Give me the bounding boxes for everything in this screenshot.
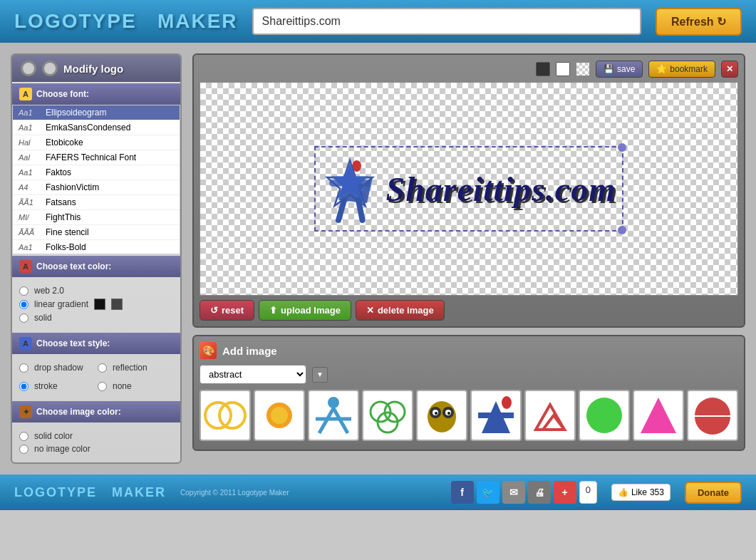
gallery-item[interactable] xyxy=(362,390,413,441)
gallery-item[interactable] xyxy=(579,390,630,441)
email-icon[interactable]: ✉ xyxy=(502,481,525,504)
gallery-item[interactable] xyxy=(200,390,251,441)
bg-transparent-btn[interactable] xyxy=(576,62,590,76)
font-preview: ÃÃÃ xyxy=(19,228,41,237)
dropdown-arrow[interactable]: ▼ xyxy=(312,367,328,383)
solidcolor-radio[interactable] xyxy=(19,432,29,441)
footer-copyright: Copyright © 2011 Logotype Maker xyxy=(180,489,289,497)
add-image-icon: 🎨 xyxy=(200,342,217,359)
font-name: FashionVictim xyxy=(46,182,99,192)
font-section-title: Choose font: xyxy=(36,89,89,99)
donate-button[interactable]: Donate xyxy=(685,482,742,504)
solid-label: solid xyxy=(34,313,52,323)
color-icon: A xyxy=(19,260,32,273)
bookmark-button[interactable]: ⭐ bookmark xyxy=(648,61,715,78)
image-gallery[interactable] xyxy=(200,390,738,444)
canvas-toolbar: 💾 save ⭐ bookmark ✕ xyxy=(200,61,738,78)
right-panel: 💾 save ⭐ bookmark ✕ xyxy=(192,53,745,464)
font-name: Folks-Bold xyxy=(46,242,86,252)
logo-star-image xyxy=(321,153,378,224)
text-style-section-header: A Choose text style: xyxy=(12,333,180,354)
refresh-button[interactable]: Refresh ↻ xyxy=(656,8,742,36)
gallery-item[interactable] xyxy=(633,390,684,441)
reset-icon: ↺ xyxy=(210,305,218,316)
share-count: 0 xyxy=(579,481,597,504)
dropshadow-label: drop shadow xyxy=(34,363,83,373)
gallery-item[interactable] xyxy=(687,390,738,441)
reset-button[interactable]: ↺ reset xyxy=(200,300,254,321)
font-list-item[interactable]: ÃÃÃFine stencil xyxy=(13,225,180,240)
font-preview: ÃÃ1 xyxy=(19,198,41,207)
resize-handle-br[interactable] xyxy=(618,226,626,234)
image-color-section-header: ✦ Choose image color: xyxy=(12,401,180,422)
canvas-stage: Shareittips.com xyxy=(200,82,738,296)
font-list[interactable]: Aa1EllipsoideogramAa1EmkaSansCondensedHa… xyxy=(12,105,180,254)
category-select[interactable]: abstract xyxy=(200,365,306,384)
dropshadow-option: drop shadow xyxy=(19,363,95,373)
resize-handle-tr[interactable] xyxy=(618,143,626,152)
logo-container: Shareittips.com xyxy=(321,153,616,224)
web20-radio[interactable] xyxy=(19,286,29,296)
upload-label: upload Image xyxy=(281,305,341,316)
none-option: none xyxy=(98,381,173,391)
svg-point-15 xyxy=(447,412,450,415)
font-list-item[interactable]: HalEtobicoke xyxy=(13,135,180,150)
reflection-radio[interactable] xyxy=(98,363,107,373)
footer-logo: LOGOTYPE MAKER xyxy=(14,485,166,500)
font-list-item[interactable]: Aa1Faktos xyxy=(13,165,180,180)
image-color-title: Choose image color: xyxy=(36,407,121,417)
delete-image-button[interactable]: ✕ delete image xyxy=(356,300,445,321)
solid-radio[interactable] xyxy=(19,313,29,323)
linear-radio[interactable] xyxy=(19,300,29,309)
image-category-row: abstract ▼ xyxy=(200,365,738,384)
gallery-item[interactable] xyxy=(416,390,467,441)
gallery-item[interactable] xyxy=(524,390,576,441)
print-icon[interactable]: 🖨 xyxy=(528,481,551,504)
noimgcolor-label: no image color xyxy=(34,444,90,454)
delete-label: delete image xyxy=(378,305,434,316)
font-list-item[interactable]: Aa1EmkaSansCondensed xyxy=(13,120,180,135)
color-swatch-dark[interactable] xyxy=(94,299,105,310)
svg-point-17 xyxy=(586,398,622,433)
style-options-grid: drop shadow reflection stroke none xyxy=(19,360,173,394)
like-box: 👍 Like 353 xyxy=(611,484,670,501)
gallery-item[interactable] xyxy=(254,390,305,441)
stroke-radio[interactable] xyxy=(19,382,29,391)
font-preview: Aa1 xyxy=(19,108,41,117)
font-list-item[interactable]: Ml/FightThis xyxy=(13,210,180,225)
font-list-item[interactable]: Aa1Ellipsoideogram xyxy=(13,105,180,120)
dropshadow-radio[interactable] xyxy=(19,363,29,373)
noimgcolor-radio[interactable] xyxy=(19,445,29,454)
bg-light-btn[interactable] xyxy=(556,62,570,76)
none-label: none xyxy=(113,381,132,391)
none-radio[interactable] xyxy=(98,382,107,391)
font-preview: Aa1 xyxy=(19,123,41,132)
facebook-icon[interactable]: f xyxy=(451,481,474,504)
logo-text-input[interactable] xyxy=(252,8,641,35)
gear-icon xyxy=(21,61,36,76)
star-icon: ⭐ xyxy=(656,64,667,74)
imgcolor-icon: ✦ xyxy=(19,405,32,418)
plus-icon[interactable]: + xyxy=(554,481,576,504)
font-list-item[interactable]: ÃÃ1Fatsans xyxy=(13,195,180,210)
font-name: Faktos xyxy=(46,167,71,177)
font-preview: Aa1 xyxy=(19,168,41,177)
font-list-item[interactable]: AalFAFERS Technical Font xyxy=(13,150,180,165)
like-thumb-icon: 👍 xyxy=(618,487,628,497)
close-button[interactable]: ✕ xyxy=(721,61,738,78)
twitter-icon[interactable]: 🐦 xyxy=(477,481,499,504)
font-list-item[interactable]: Aa1Folks-Bold xyxy=(13,240,180,254)
gallery-item[interactable] xyxy=(308,390,359,441)
font-name: FightThis xyxy=(46,212,81,222)
image-color-section: solid color no image color xyxy=(12,422,180,462)
font-name: FAFERS Technical Font xyxy=(46,152,136,162)
web20-option: web 2.0 xyxy=(19,286,173,296)
font-section-header: A Choose font: xyxy=(12,83,180,105)
color-swatch-mid[interactable] xyxy=(111,299,123,310)
upload-image-button[interactable]: ⬆ upload Image xyxy=(259,300,351,321)
font-list-item[interactable]: A4FashionVictim xyxy=(13,180,180,195)
gallery-item[interactable] xyxy=(470,390,522,441)
save-button[interactable]: 💾 save xyxy=(596,61,643,78)
stroke-option: stroke xyxy=(19,381,95,391)
bg-dark-btn[interactable] xyxy=(536,62,550,76)
